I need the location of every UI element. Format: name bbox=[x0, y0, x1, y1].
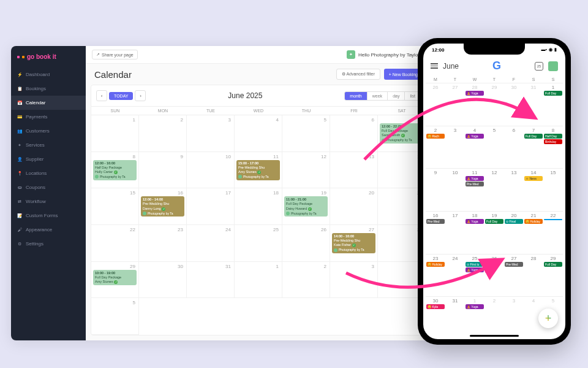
gcal-day-cell[interactable]: 31 bbox=[445, 296, 465, 339]
calendar-day-cell[interactable]: 3 bbox=[187, 115, 235, 152]
gcal-event-chip[interactable]: 🧘 Yoga bbox=[466, 134, 484, 139]
gcal-day-cell[interactable]: 7Full Day bbox=[524, 126, 543, 169]
gcal-event-chip[interactable]: ⊙ First lo bbox=[466, 262, 484, 267]
gcal-day-cell[interactable]: 27 bbox=[445, 83, 465, 126]
gcal-event-chip[interactable]: Pre-Wed bbox=[426, 219, 445, 224]
gcal-day-cell[interactable]: 21😊 Holiday bbox=[524, 211, 543, 254]
calendar-day-cell[interactable]: 27 14:00 - 16:00 Pre-Wedding Sho Kate Fi… bbox=[330, 225, 378, 262]
gcal-day-cell[interactable]: 2 bbox=[484, 296, 504, 339]
add-event-fab[interactable]: + bbox=[538, 309, 558, 328]
gcal-day-cell[interactable]: 12 bbox=[484, 168, 504, 211]
gcal-day-cell[interactable]: 18🧘 Yoga bbox=[465, 211, 484, 254]
calendar-event[interactable]: 12:00 - 16:00 Half Day Package Holly Car… bbox=[93, 160, 137, 180]
calendar-event[interactable]: 12:00 - 14:00 Pre-Wedding Sho Danny Long… bbox=[141, 196, 184, 217]
sidebar-item-coupons[interactable]: 🎟Coupons bbox=[11, 180, 86, 194]
gcal-event-chip[interactable]: Birthday bbox=[544, 139, 562, 144]
today-button[interactable]: TODAY bbox=[109, 92, 133, 100]
calendar-day-cell[interactable]: 11 15:00 - 17:00 Pre-Wedding Sho Amy Sto… bbox=[235, 152, 282, 189]
gcal-day-cell[interactable]: 28🧘 Yoga bbox=[465, 83, 484, 126]
gcal-day-cell[interactable]: 30 bbox=[504, 83, 524, 126]
next-button[interactable]: › bbox=[135, 90, 146, 101]
home-indicator[interactable] bbox=[470, 335, 519, 337]
gcal-day-cell[interactable]: 29 bbox=[484, 83, 504, 126]
calendar-day-cell[interactable]: 8 12:00 - 16:00 Half Day Package Holly C… bbox=[91, 152, 139, 189]
gcal-event-chip[interactable]: Full Day bbox=[544, 262, 562, 267]
gcal-avatar[interactable] bbox=[548, 61, 558, 71]
gcal-day-cell[interactable]: 3 bbox=[504, 296, 524, 339]
gcal-event-chip[interactable]: ⊙ Final bbox=[505, 219, 523, 224]
calendar-day-cell[interactable]: 16 12:00 - 14:00 Pre-Wedding Sho Danny L… bbox=[139, 188, 187, 225]
calendar-event[interactable]: 15:00 - 17:00 Pre-Wedding Sho Amy Stones… bbox=[236, 160, 280, 180]
gcal-day-cell[interactable]: 3 bbox=[445, 126, 465, 169]
gcal-event-chip[interactable] bbox=[544, 219, 562, 220]
gcal-day-cell[interactable]: 6 bbox=[504, 126, 524, 169]
calendar-event[interactable]: 10:00 - 19:00 Full Day Package Amy Stone… bbox=[93, 270, 137, 285]
new-booking-button[interactable]: + New Booking bbox=[384, 69, 423, 80]
gcal-event-chip[interactable]: Full Day bbox=[485, 219, 503, 224]
gcal-day-cell[interactable]: 28 bbox=[524, 254, 543, 297]
gcal-day-cell[interactable]: 22 bbox=[543, 211, 563, 254]
gcal-event-chip[interactable]: 🧘 Yoga bbox=[466, 267, 484, 272]
sidebar-item-dashboard[interactable]: ⚡Dashboard bbox=[11, 67, 86, 82]
calendar-day-cell[interactable]: 17 bbox=[187, 188, 235, 225]
today-jump-button[interactable]: 25 bbox=[535, 62, 543, 71]
gcal-event-chip[interactable]: 🧘 Yoga bbox=[466, 176, 484, 181]
gcal-day-cell[interactable]: 25⊙ First lo🧘 Yoga bbox=[465, 254, 484, 297]
calendar-day-cell[interactable]: 26 bbox=[282, 225, 330, 262]
gcal-event-chip[interactable]: 🧘 Yoga bbox=[466, 91, 484, 96]
gcal-event-chip[interactable]: 😊 Holiday bbox=[524, 219, 543, 224]
gcal-day-cell[interactable]: 14☺ Ness bbox=[524, 168, 543, 211]
gcal-day-cell[interactable]: 30😊 Kyla bbox=[426, 296, 445, 339]
calendar-day-cell[interactable]: 18 bbox=[235, 188, 282, 225]
gcal-event-chip[interactable]: Pre-Wed bbox=[505, 262, 523, 267]
gcal-day-cell[interactable]: 13 bbox=[504, 168, 524, 211]
gcal-day-cell[interactable]: 31 bbox=[524, 83, 543, 126]
gcal-event-chip[interactable]: ☺ Ness bbox=[524, 176, 543, 181]
calendar-day-cell[interactable]: 1 bbox=[235, 262, 282, 299]
calendar-day-cell[interactable]: 13 bbox=[330, 152, 378, 189]
view-month-button[interactable]: month bbox=[345, 92, 367, 100]
calendar-day-cell[interactable]: 2 bbox=[282, 262, 330, 299]
calendar-event[interactable]: 14:00 - 16:00 Pre-Wedding Sho Kate Fishe… bbox=[332, 233, 375, 253]
gcal-day-cell[interactable]: 1🧘 Yoga bbox=[465, 296, 484, 339]
gcal-event-chip[interactable]: Half Day bbox=[544, 134, 562, 139]
gcal-day-cell[interactable]: 16Pre-Wed bbox=[426, 211, 445, 254]
gcal-day-cell[interactable]: 20⊙ Final bbox=[504, 211, 524, 254]
sidebar-item-services[interactable]: ✦Services bbox=[11, 138, 86, 152]
gcal-event-chip[interactable]: 😊 Kyla bbox=[426, 304, 445, 309]
sidebar-item-appearance[interactable]: 🖌Appearance bbox=[11, 223, 86, 237]
gcal-event-chip[interactable]: 😊 Holiday bbox=[426, 262, 445, 267]
gcal-day-cell[interactable]: 5 bbox=[484, 126, 504, 169]
gcal-day-cell[interactable]: 26 bbox=[484, 254, 504, 297]
gcal-event-chip[interactable]: Full Day bbox=[544, 91, 562, 96]
gcal-day-cell[interactable]: 26 bbox=[426, 83, 445, 126]
gcal-day-cell[interactable]: 2😊 Rach bbox=[426, 126, 445, 169]
calendar-day-cell[interactable]: 24 bbox=[187, 225, 235, 262]
gcal-event-chip[interactable]: 🧘 Yoga bbox=[466, 304, 484, 309]
calendar-day-cell[interactable]: 9 bbox=[139, 152, 187, 189]
gcal-event-chip[interactable]: Pre-Wed bbox=[466, 182, 484, 186]
calendar-day-cell[interactable]: 20 bbox=[330, 188, 378, 225]
gcal-event-chip[interactable]: Full Day bbox=[524, 134, 543, 139]
calendar-day-cell[interactable]: 29 10:00 - 19:00 Full Day Package Amy St… bbox=[91, 262, 139, 299]
calendar-day-cell[interactable]: 23 bbox=[139, 225, 187, 262]
sidebar-item-payments[interactable]: 💳Payments bbox=[11, 110, 86, 124]
calendar-day-cell[interactable]: 30 bbox=[139, 262, 187, 299]
sidebar-item-locations[interactable]: 📍Locations bbox=[11, 166, 86, 180]
gcal-day-cell[interactable]: 27Pre-Wed bbox=[504, 254, 524, 297]
calendar-day-cell[interactable]: 25 bbox=[235, 225, 282, 262]
calendar-day-cell[interactable]: 19 11:00 - 21:00 Full Day Package Daisy … bbox=[282, 188, 330, 225]
calendar-day-cell[interactable]: 12 bbox=[282, 152, 330, 189]
sidebar-item-supplier[interactable]: 👤Supplier bbox=[11, 152, 86, 166]
calendar-day-cell[interactable]: 5 bbox=[91, 298, 139, 335]
menu-button[interactable] bbox=[431, 63, 438, 69]
calendar-event[interactable]: 11:00 - 21:00 Full Day Package Daisy How… bbox=[284, 196, 328, 217]
gcal-event-chip[interactable]: 🧘 Yoga bbox=[466, 219, 484, 224]
view-day-button[interactable]: day bbox=[388, 92, 405, 100]
calendar-day-cell[interactable]: 15 bbox=[91, 188, 139, 225]
gcal-day-cell[interactable]: 11🧘 YogaPre-Wed bbox=[465, 168, 484, 211]
gcal-day-cell[interactable]: 19Full Day bbox=[484, 211, 504, 254]
view-week-button[interactable]: week bbox=[368, 92, 388, 100]
calendar-day-cell[interactable]: 3 bbox=[330, 262, 378, 299]
gcal-day-cell[interactable]: 1Full Day bbox=[543, 83, 563, 126]
